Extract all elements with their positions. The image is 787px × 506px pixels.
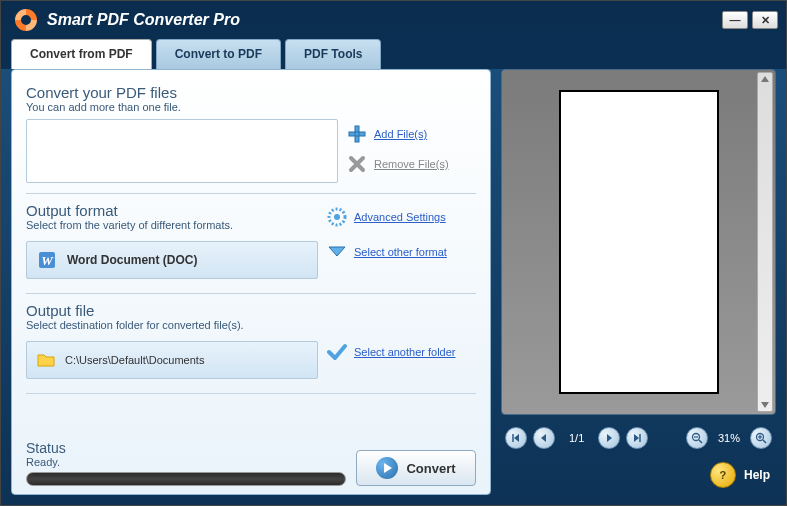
preview-controls: 1/1 31% <box>501 421 776 455</box>
selected-format-box: W Word Document (DOC) <box>26 241 318 279</box>
output-folder-path: C:\Users\Default\Documents <box>65 354 204 366</box>
convert-button-label: Convert <box>406 461 455 476</box>
remove-files-link[interactable]: Remove File(s) <box>374 158 449 170</box>
files-section-sub: You can add more than one file. <box>26 101 476 113</box>
app-logo-icon <box>13 7 39 33</box>
select-another-folder-link[interactable]: Select another folder <box>354 346 456 358</box>
right-panel: 1/1 31% ? Help <box>501 69 776 495</box>
folder-icon <box>37 352 55 368</box>
selected-format-label: Word Document (DOC) <box>67 253 197 267</box>
page-counter: 1/1 <box>561 432 592 444</box>
convert-button[interactable]: Convert <box>356 450 476 486</box>
svg-point-5 <box>334 214 340 220</box>
vertical-scrollbar[interactable] <box>757 72 773 412</box>
zoom-in-button[interactable] <box>750 427 772 449</box>
last-page-button[interactable] <box>626 427 648 449</box>
title-bar: Smart PDF Converter Pro — ✕ <box>1 1 786 39</box>
content-area: Convert your PDF files You can add more … <box>1 69 786 505</box>
select-other-format-link[interactable]: Select other format <box>354 246 447 258</box>
zoom-out-button[interactable] <box>686 427 708 449</box>
svg-line-12 <box>763 440 766 443</box>
tab-bar: Convert from PDF Convert to PDF PDF Tool… <box>1 39 786 69</box>
next-page-button[interactable] <box>598 427 620 449</box>
svg-text:W: W <box>41 253 54 268</box>
minimize-button[interactable]: — <box>722 11 748 29</box>
window-controls: — ✕ <box>722 11 778 29</box>
help-button[interactable]: ? <box>710 462 736 488</box>
output-section-sub: Select destination folder for converted … <box>26 319 476 331</box>
tab-convert-from-pdf[interactable]: Convert from PDF <box>11 39 152 69</box>
app-title: Smart PDF Converter Pro <box>47 11 722 29</box>
files-section-title: Convert your PDF files <box>26 84 476 101</box>
format-section-sub: Select from the variety of different for… <box>26 219 318 231</box>
prev-page-button[interactable] <box>533 427 555 449</box>
help-area: ? Help <box>501 455 776 495</box>
remove-x-icon <box>346 153 368 175</box>
output-section-title: Output file <box>26 302 476 319</box>
plus-icon <box>346 123 368 145</box>
tab-convert-to-pdf[interactable]: Convert to PDF <box>156 39 281 69</box>
help-label: Help <box>744 468 770 482</box>
add-files-link[interactable]: Add File(s) <box>374 128 427 140</box>
status-text: Ready. <box>26 456 346 468</box>
progress-bar <box>26 472 346 486</box>
format-section-title: Output format <box>26 202 318 219</box>
svg-line-9 <box>699 440 702 443</box>
app-window: Smart PDF Converter Pro — ✕ Convert from… <box>0 0 787 506</box>
zoom-level: 31% <box>714 432 744 444</box>
checkmark-icon <box>326 341 348 363</box>
tab-pdf-tools[interactable]: PDF Tools <box>285 39 381 69</box>
first-page-button[interactable] <box>505 427 527 449</box>
preview-page <box>559 90 719 394</box>
left-panel: Convert your PDF files You can add more … <box>11 69 491 495</box>
preview-area <box>501 69 776 415</box>
status-title: Status <box>26 440 346 456</box>
close-button[interactable]: ✕ <box>752 11 778 29</box>
play-icon <box>376 457 398 479</box>
word-doc-icon: W <box>37 250 57 270</box>
advanced-settings-link[interactable]: Advanced Settings <box>354 211 446 223</box>
chevron-down-icon <box>326 241 348 263</box>
gear-icon <box>326 206 348 228</box>
svg-rect-1 <box>349 132 365 136</box>
output-folder-box: C:\Users\Default\Documents <box>26 341 318 379</box>
file-list[interactable] <box>26 119 338 183</box>
